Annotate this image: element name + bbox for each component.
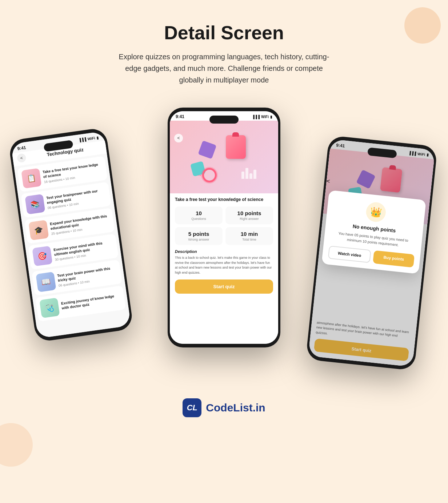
stat-right-answer: 10 points Right answer: [225, 206, 273, 224]
phone-right-screen: 9:41 ▐▐▐ WiFi ▮ <: [308, 139, 435, 367]
wifi-icon-c: WiFi: [261, 115, 269, 119]
hero-illustration: [170, 121, 278, 193]
stat-questions-value: 10: [179, 210, 219, 216]
notch-center: [209, 116, 239, 124]
battery-icon-c: ▮: [270, 115, 272, 119]
status-icons-center: ▐▐▐ WiFi ▮: [252, 115, 272, 119]
stat-wrong-answer: 5 points Wrong answer: [175, 227, 223, 245]
brand-name: CodeList.in: [206, 402, 265, 414]
quiz-info-1: Test your brainpower with our engaging q…: [46, 187, 107, 209]
start-quiz-button-center[interactable]: Start quiz: [175, 279, 273, 294]
quiz-info-4: Test your brain power with this tricky q…: [57, 265, 118, 287]
chart-shape: [241, 168, 256, 179]
quiz-info-5: Exciting journey of know ledge with doct…: [61, 293, 121, 311]
watch-video-button[interactable]: Watch video: [328, 246, 371, 263]
signal-icon-c: ▐▐▐: [252, 115, 260, 119]
phone-left: 9:41 ▐▐▐ WiFi ▮ < Technology quiz: [8, 127, 133, 342]
stats-grid: 10 Questions 10 points Right answer 5 po…: [175, 206, 273, 245]
stat-questions: 10 Questions: [175, 206, 223, 224]
status-icons-right: ▐▐▐ WiFi ▮: [408, 151, 429, 157]
status-time-center: 9:41: [176, 114, 184, 119]
clipboard-shape: [226, 135, 246, 159]
center-content: Take a free test your knowledge of scien…: [170, 193, 278, 297]
stat-time-label: Total time: [229, 238, 269, 241]
stat-questions-label: Questions: [179, 217, 219, 221]
status-time-left: 9:41: [17, 145, 27, 151]
chart-bar-1: [241, 172, 244, 179]
quiz-info-0: Take a free test your know ledge of scie…: [42, 161, 103, 184]
popup-buttons: Watch video Buy points: [328, 246, 415, 267]
page-title: Detail Screen: [36, 22, 412, 44]
wifi-icon: WiFi: [87, 136, 95, 141]
back-icon-left: <: [20, 155, 23, 161]
phone-left-screen: 9:41 ▐▐▐ WiFi ▮ < Technology quiz: [11, 131, 131, 339]
battery-icon-r: ▮: [427, 153, 429, 157]
deco-circle-tr: [404, 7, 441, 44]
back-button-left[interactable]: <: [17, 153, 27, 163]
phone-center: 9:41 ▐▐▐ WiFi ▮ <: [168, 108, 280, 347]
chart-bar-3: [249, 173, 252, 179]
quiz-info-2: Expand your knowledge with this educatio…: [49, 213, 111, 235]
quiz-list: 📋 Take a free test your know ledge of sc…: [14, 153, 129, 324]
home-indicator-center: [209, 344, 239, 345]
target-shape: [202, 168, 217, 182]
phones-container: 9:41 ▐▐▐ WiFi ▮ < Technology quiz: [0, 104, 448, 387]
chart-bar-4: [253, 170, 256, 179]
crown-emoji: 👑: [369, 206, 382, 218]
left-screen-content: 9:41 ▐▐▐ WiFi ▮ < Technology quiz: [11, 131, 131, 339]
logo-icon: CL: [183, 398, 201, 417]
popup-crown-icon: 👑: [365, 201, 387, 223]
wifi-icon-r: WiFi: [417, 152, 425, 156]
quiz-thumb-2: 🎓: [28, 220, 49, 240]
phone-right: 9:41 ▐▐▐ WiFi ▮ <: [305, 135, 437, 371]
quiz-thumb-1: 📚: [25, 194, 45, 214]
buy-points-button[interactable]: Buy points: [373, 250, 415, 268]
back-button-center[interactable]: <: [174, 134, 183, 142]
description-section: Description This is a back to school qui…: [175, 249, 273, 275]
puzzle-purple-shape: [198, 140, 217, 159]
quiz-thumb-0: 📋: [21, 168, 41, 188]
stat-right-label: Right answer: [229, 217, 269, 221]
stat-right-value: 10 points: [229, 210, 269, 216]
back-icon-center: <: [177, 136, 180, 141]
center-screen-content: 9:41 ▐▐▐ WiFi ▮ <: [170, 111, 278, 344]
description-text: This is a back to school quiz. let's mak…: [175, 255, 273, 275]
chart-bar-2: [245, 168, 248, 179]
page-subtitle: Explore quizzes on programming languages…: [115, 51, 333, 86]
signal-icon-r: ▐▐▐: [408, 151, 416, 156]
stat-wrong-value: 5 points: [179, 231, 219, 237]
quiz-thumb-4: 📖: [36, 272, 56, 292]
header: Detail Screen Explore quizzes on program…: [0, 0, 448, 97]
signal-icon: ▐▐▐: [78, 137, 87, 142]
logo-letter: CL: [187, 403, 197, 413]
right-screen-content: 9:41 ▐▐▐ WiFi ▮ <: [308, 139, 435, 367]
quiz-thumb-5: 🩺: [39, 298, 60, 318]
stat-time: 10 min Total time: [225, 227, 273, 245]
quiz-title-5: Exciting journey of know ledge with doct…: [61, 293, 121, 310]
phone-center-screen: 9:41 ▐▐▐ WiFi ▮ <: [170, 111, 278, 344]
hero-banner: <: [170, 121, 278, 193]
stat-time-value: 10 min: [229, 231, 269, 237]
description-title: Description: [175, 249, 273, 254]
quiz-thumb-3: 🎯: [32, 246, 52, 266]
stat-wrong-label: Wrong answer: [179, 238, 219, 241]
status-time-right: 9:41: [336, 142, 345, 148]
popup-card: 👑 No enough points You have 05 points to…: [321, 190, 426, 274]
status-icons-left: ▐▐▐ WiFi ▮: [78, 135, 99, 142]
footer: CL CodeList.in: [0, 387, 448, 432]
battery-icon: ▮: [96, 135, 99, 140]
quiz-title-center: Take a free test your knowledge of scien…: [175, 197, 273, 202]
quiz-info-3: Exercise your mind with this ultimate en…: [53, 239, 114, 261]
